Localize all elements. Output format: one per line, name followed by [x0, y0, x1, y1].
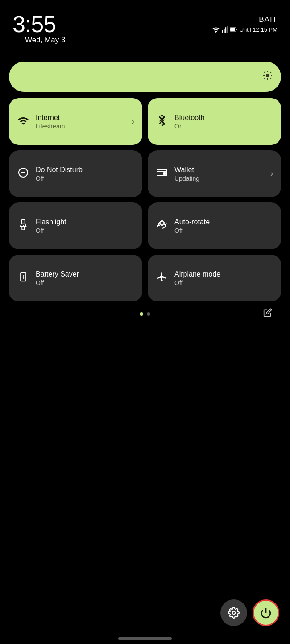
- svg-line-12: [264, 72, 265, 73]
- svg-rect-24: [22, 226, 25, 229]
- svg-line-14: [270, 72, 271, 73]
- status-date: Wed, May 3: [12, 36, 78, 54]
- until-label: Until 12:15 PM: [240, 26, 278, 33]
- dnd-subtitle: Off: [36, 175, 83, 182]
- flashlight-tile[interactable]: Flashlight Off: [9, 202, 142, 249]
- page-indicators: [9, 312, 281, 316]
- airplane-tile[interactable]: Airplane mode Off: [148, 255, 281, 301]
- airplane-icon: [156, 272, 168, 285]
- dnd-icon: [17, 167, 29, 181]
- wallet-subtitle: Updating: [174, 175, 199, 182]
- svg-rect-1: [224, 29, 224, 33]
- tile-grid: Internet Lifestream › Bluetooth On: [9, 98, 281, 301]
- status-right: BAIT Until 12:15 PM: [212, 12, 278, 33]
- dnd-title: Do Not Disturb: [36, 165, 83, 174]
- internet-icon: [17, 116, 29, 128]
- svg-rect-5: [236, 29, 237, 30]
- bluetooth-title: Bluetooth: [174, 113, 205, 122]
- svg-rect-22: [163, 173, 166, 174]
- svg-point-7: [266, 74, 269, 77]
- signal-status-icon: [222, 26, 228, 33]
- airplane-title: Airplane mode: [174, 270, 220, 278]
- power-button[interactable]: [253, 599, 279, 626]
- flashlight-title: Flashlight: [36, 218, 66, 226]
- internet-chevron: ›: [132, 117, 134, 126]
- autorotate-tile[interactable]: Auto-rotate Off: [148, 202, 281, 249]
- home-indicator[interactable]: [118, 637, 172, 640]
- flashlight-subtitle: Off: [36, 227, 66, 234]
- batterysaver-icon: [17, 272, 29, 285]
- bottom-buttons: [220, 599, 279, 626]
- status-icons: Until 12:15 PM: [212, 26, 278, 33]
- page-dot-1[interactable]: [140, 312, 143, 316]
- wallet-icon: [156, 168, 168, 180]
- bluetooth-tile[interactable]: Bluetooth On: [148, 98, 281, 145]
- svg-rect-2: [225, 27, 226, 33]
- svg-rect-3: [227, 26, 228, 33]
- svg-rect-0: [222, 30, 223, 33]
- autorotate-icon: [156, 219, 168, 233]
- wallet-tile[interactable]: Wallet Updating ›: [148, 150, 281, 197]
- wifi-status-icon: [212, 26, 220, 33]
- carrier-label: BAIT: [259, 15, 278, 24]
- page-dot-2[interactable]: [147, 312, 150, 316]
- autorotate-subtitle: Off: [174, 227, 210, 234]
- batterysaver-subtitle: Off: [36, 279, 79, 286]
- status-bar: 3:55 Wed, May 3 BAIT Until 12:15 PM: [0, 0, 290, 58]
- internet-tile[interactable]: Internet Lifestream ›: [9, 98, 142, 145]
- batterysaver-title: Battery Saver: [36, 270, 79, 278]
- edit-button[interactable]: [263, 308, 272, 320]
- internet-subtitle: Lifestream: [36, 123, 65, 130]
- wallet-title: Wallet: [174, 165, 199, 174]
- dnd-tile[interactable]: Do Not Disturb Off: [9, 150, 142, 197]
- battery-status-icon: [230, 26, 237, 33]
- autorotate-title: Auto-rotate: [174, 218, 210, 226]
- batterysaver-tile[interactable]: Battery Saver Off: [9, 255, 142, 301]
- quick-settings-panel: Internet Lifestream › Bluetooth On: [0, 58, 290, 325]
- svg-line-15: [264, 78, 265, 79]
- airplane-subtitle: Off: [174, 279, 220, 286]
- brightness-slider[interactable]: [9, 62, 281, 92]
- bluetooth-subtitle: On: [174, 123, 205, 130]
- wallet-chevron: ›: [270, 169, 273, 178]
- svg-point-30: [232, 611, 236, 615]
- internet-title: Internet: [36, 113, 65, 122]
- brightness-icon: [262, 70, 273, 83]
- svg-line-13: [270, 78, 271, 79]
- settings-button[interactable]: [220, 599, 247, 626]
- status-time: 3:55: [12, 12, 78, 36]
- flashlight-icon: [17, 219, 29, 233]
- svg-rect-23: [21, 219, 25, 223]
- svg-rect-6: [230, 28, 235, 31]
- bluetooth-icon: [156, 115, 168, 128]
